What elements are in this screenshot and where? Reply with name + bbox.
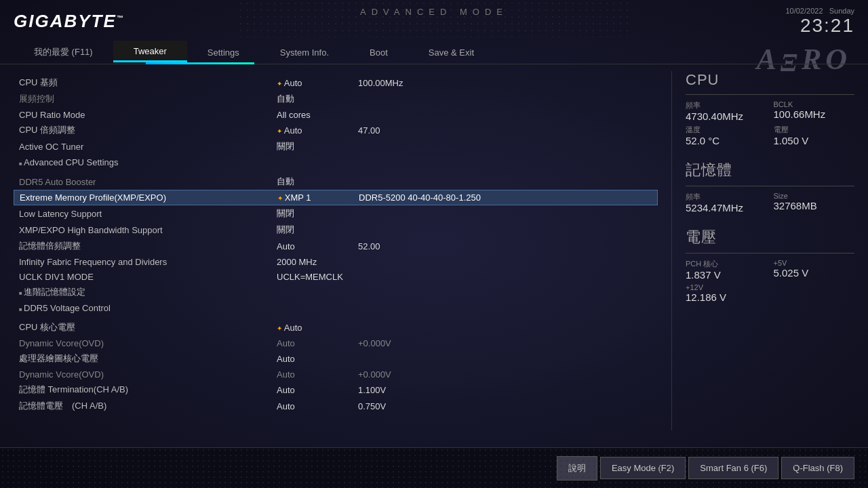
setting-label: Active OC Tuner xyxy=(19,142,277,152)
setting-label: 進階記憶體設定 xyxy=(19,286,277,298)
tab-favorites[interactable]: 我的最愛 (F11) xyxy=(14,41,113,64)
setting-label: DDR5 Auto Booster xyxy=(19,177,277,187)
setting-igpu-volt[interactable]: 處理器繪圖核心電壓 Auto xyxy=(14,350,658,367)
setting-value2: 0.750V xyxy=(358,401,386,411)
bottom-bar: 說明 Easy Mode (F2) Smart Fan 6 (F6) Q-Fla… xyxy=(0,447,868,488)
setting-mem-volt[interactable]: 記憶體電壓 (CH A/B) Auto 0.750V xyxy=(14,398,658,414)
setting-label: Low Latency Support xyxy=(19,209,277,219)
btn-easy-mode[interactable]: Easy Mode (F2) xyxy=(600,457,686,479)
setting-value: 關閉 xyxy=(277,224,344,236)
setting-value2: DDR5-5200 40-40-40-80-1.250 xyxy=(359,192,481,203)
cpu-info-grid: 頻率 4730.40MHz BCLK 100.66MHz 溫度 52.0 °C … xyxy=(686,100,854,146)
plus12v-label: +12V xyxy=(686,283,767,291)
setting-value: XMP 1 xyxy=(277,192,345,203)
volt-section-title: 電壓 xyxy=(686,227,854,247)
setting-value: 自動 xyxy=(277,176,344,188)
setting-value2: 100.00MHz xyxy=(358,78,403,88)
setting-xmp-bandwidth[interactable]: XMP/EXPO High Bandwidth Support 關閉 xyxy=(14,222,658,238)
setting-label: UCLK DIV1 MODE xyxy=(19,272,277,282)
setting-cpu-core-volt[interactable]: CPU 核心電壓 Auto xyxy=(14,319,658,336)
setting-low-latency[interactable]: Low Latency Support 關閉 xyxy=(14,205,658,222)
setting-value: 關閉 xyxy=(277,207,344,220)
pch-value: 1.837 V xyxy=(686,269,767,281)
settings-panel: CPU 基頻 Auto 100.00MHz 展頻控制 自動 CPU Ratio … xyxy=(0,71,671,430)
setting-value2: 52.00 xyxy=(358,241,380,251)
setting-cpu-base-freq[interactable]: CPU 基頻 Auto 100.00MHz xyxy=(14,75,658,91)
mem-freq-value: 5234.47MHz xyxy=(686,202,767,214)
setting-value: 關閉 xyxy=(277,140,344,152)
setting-value: Auto xyxy=(277,78,344,88)
mode-title: ADVANCED MODE xyxy=(360,7,508,17)
setting-value: 自動 xyxy=(277,93,344,105)
plus12v-value: 12.186 V xyxy=(686,291,767,303)
setting-value: Auto xyxy=(277,354,344,364)
cpu-bclk-value: 100.66MHz xyxy=(774,108,855,120)
setting-ddr5-volt[interactable]: DDR5 Voltage Control xyxy=(14,300,658,315)
volt-info-grid: PCH 核心 1.837 V +5V 5.025 V +12V 12.186 V xyxy=(686,259,854,303)
plus5v-value: 5.025 V xyxy=(774,267,855,279)
date-display: 10/02/2022 Sunday xyxy=(785,7,854,15)
cpu-temp-label: 溫度 xyxy=(686,125,767,135)
cpu-freq-label: 頻率 xyxy=(686,100,767,110)
setting-xmp-expo[interactable]: Extreme Memory Profile(XMP/EXPO) XMP 1 D… xyxy=(14,190,658,205)
mem-size-value: 32768MB xyxy=(774,200,855,211)
setting-adv-mem[interactable]: 進階記憶體設定 xyxy=(14,284,658,300)
setting-cpu-ratio[interactable]: CPU 倍頻調整 Auto 47.00 xyxy=(14,122,658,138)
setting-label: Dynamic Vcore(OVD) xyxy=(19,338,277,348)
setting-value: 2000 MHz xyxy=(277,257,344,267)
setting-uclk[interactable]: UCLK DIV1 MODE UCLK=MEMCLK xyxy=(14,269,658,284)
setting-mem-term[interactable]: 記憶體 Termination(CH A/B) Auto 1.100V xyxy=(14,382,658,398)
cpu-volt-label: 電壓 xyxy=(774,125,855,135)
setting-label: CPU 基頻 xyxy=(19,77,277,89)
setting-label: 記憶體電壓 (CH A/B) xyxy=(19,400,277,412)
setting-label: 記憶體倍頻調整 xyxy=(19,240,277,252)
cpu-bclk-label: BCLK xyxy=(774,100,855,108)
setting-label: CPU 核心電壓 xyxy=(19,321,277,333)
setting-cpu-ratio-mode[interactable]: CPU Ratio Mode All cores xyxy=(14,107,658,122)
volt-divider xyxy=(686,253,854,253)
setting-value2: 47.00 xyxy=(358,125,380,136)
setting-mem-ratio[interactable]: 記憶體倍頻調整 Auto 52.00 xyxy=(14,238,658,254)
setting-dyn-vcore1[interactable]: Dynamic Vcore(OVD) Auto +0.000V xyxy=(14,336,658,350)
setting-label: 展頻控制 xyxy=(19,93,277,105)
mem-section-title: 記憶體 xyxy=(686,160,854,180)
setting-dyn-vcore2[interactable]: Dynamic Vcore(OVD) Auto +0.000V xyxy=(14,367,658,382)
setting-adv-cpu[interactable]: Advanced CPU Settings xyxy=(14,155,658,169)
cpu-temp-value: 52.0 °C xyxy=(686,135,767,146)
setting-value2: 1.100V xyxy=(358,385,386,395)
setting-spread[interactable]: 展頻控制 自動 xyxy=(14,91,658,107)
setting-ddr5-auto[interactable]: DDR5 Auto Booster 自動 xyxy=(14,174,658,190)
btn-smart-fan[interactable]: Smart Fan 6 (F6) xyxy=(688,457,778,479)
setting-label: Extreme Memory Profile(XMP/EXPO) xyxy=(20,192,277,203)
setting-value: Auto xyxy=(277,338,344,348)
mem-size-label: Size xyxy=(774,192,855,200)
mem-freq-label: 頻率 xyxy=(686,192,767,202)
setting-value: Auto xyxy=(277,241,344,251)
setting-value: UCLK=MEMCLK xyxy=(277,272,344,282)
info-panel: CPU 頻率 4730.40MHz BCLK 100.66MHz 溫度 52.0… xyxy=(671,71,868,430)
time-display: 23:21 xyxy=(785,15,854,37)
main-content: CPU 基頻 Auto 100.00MHz 展頻控制 自動 CPU Ratio … xyxy=(0,64,868,430)
volt-info-section: 電壓 PCH 核心 1.837 V +5V 5.025 V +12V 12.18… xyxy=(686,227,854,303)
setting-label: CPU Ratio Mode xyxy=(19,110,277,120)
tab-settings[interactable]: Settings xyxy=(187,42,260,63)
tab-boot[interactable]: Boot xyxy=(349,42,408,63)
setting-fabric[interactable]: Infinity Fabric Frequency and Dividers 2… xyxy=(14,254,658,269)
header: GIGABYTE™ ADVANCED MODE 10/02/2022 Sunda… xyxy=(0,0,868,37)
setting-label: Infinity Fabric Frequency and Dividers xyxy=(19,257,277,267)
setting-value: All cores xyxy=(277,110,344,120)
btn-qflash[interactable]: Q-Flash (F8) xyxy=(781,457,854,479)
setting-label: 記憶體 Termination(CH A/B) xyxy=(19,384,277,396)
setting-value: Auto xyxy=(277,385,344,395)
setting-label: DDR5 Voltage Control xyxy=(19,303,277,313)
pch-label: PCH 核心 xyxy=(686,259,767,269)
setting-value2: +0.000V xyxy=(358,338,391,348)
tab-save-exit[interactable]: Save & Exit xyxy=(408,42,494,63)
setting-label: XMP/EXPO High Bandwidth Support xyxy=(19,225,277,235)
btn-description[interactable]: 說明 xyxy=(557,456,597,481)
setting-active-oc[interactable]: Active OC Tuner 關閉 xyxy=(14,138,658,155)
setting-value: Auto xyxy=(277,125,344,136)
tab-sysinfo[interactable]: System Info. xyxy=(260,42,349,63)
mem-info-grid: 頻率 5234.47MHz Size 32768MB xyxy=(686,192,854,214)
tab-tweaker[interactable]: Tweaker xyxy=(113,41,187,64)
